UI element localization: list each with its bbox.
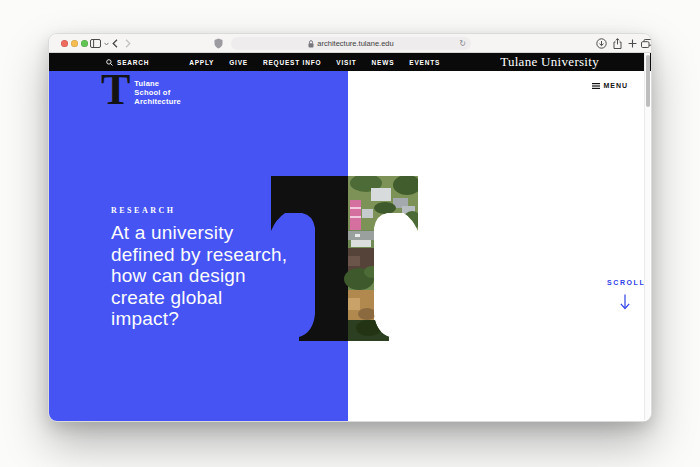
hero-heading: At a university defined by research, how… xyxy=(111,222,287,330)
downloads-button[interactable] xyxy=(596,34,607,53)
hamburger-icon xyxy=(592,83,600,89)
aerial-photo xyxy=(344,176,418,341)
page-content: T Tulane School of Architecture MENU RES… xyxy=(49,71,651,422)
nav-link-apply[interactable]: APPLY xyxy=(189,59,214,66)
nav-link-news[interactable]: NEWS xyxy=(372,59,395,66)
hero-eyebrow: RESEARCH xyxy=(111,206,287,215)
nav-link-request-info[interactable]: REQUEST INFO xyxy=(263,59,321,66)
sidebar-chevron-down-icon[interactable] xyxy=(104,34,109,53)
nav-link-visit[interactable]: VISIT xyxy=(336,59,356,66)
zoom-window-button[interactable] xyxy=(81,40,88,47)
logo-line-3: Architecture xyxy=(134,97,181,106)
hero-heading-line: create global xyxy=(111,287,287,309)
utility-nav-bar: SEARCH APPLY GIVE REQUEST INFO VISIT NEW… xyxy=(49,53,651,71)
hero-text-block: RESEARCH At a university defined by rese… xyxy=(111,206,287,330)
scroll-label: SCROLL xyxy=(607,279,643,286)
scrollbar-thumb[interactable] xyxy=(646,55,650,107)
reload-button[interactable]: ↻ xyxy=(459,37,466,50)
minimize-window-button[interactable] xyxy=(71,40,78,47)
url-text: architecture.tulane.edu xyxy=(317,39,393,48)
close-window-button[interactable] xyxy=(61,40,68,47)
hero-heading-line: defined by research, xyxy=(111,244,287,266)
nav-link-give[interactable]: GIVE xyxy=(229,59,248,66)
logo-line-2: School of xyxy=(134,88,181,97)
browser-window: architecture.tulane.edu ↻ SEARCH APPLY G… xyxy=(48,33,652,422)
scroll-indicator[interactable]: SCROLL xyxy=(607,279,643,314)
back-button[interactable] xyxy=(112,34,118,53)
share-button[interactable] xyxy=(613,34,622,53)
search-icon xyxy=(106,59,113,66)
hero-heading-line: At a university xyxy=(111,222,287,244)
tab-overview-button[interactable] xyxy=(641,34,652,53)
search-label: SEARCH xyxy=(117,59,149,66)
menu-label: MENU xyxy=(603,82,628,89)
address-bar[interactable]: architecture.tulane.edu ↻ xyxy=(231,37,471,50)
new-tab-button[interactable] xyxy=(628,34,637,53)
lock-icon xyxy=(308,40,314,48)
tulane-university-wordmark[interactable]: Tulane University xyxy=(500,54,599,70)
scrollbar-track[interactable] xyxy=(644,53,650,420)
sidebar-icon[interactable] xyxy=(90,34,101,53)
scroll-down-arrow-icon xyxy=(620,294,630,310)
hero-heading-line: impact? xyxy=(111,308,287,330)
logo-letter-t: T xyxy=(101,73,130,106)
search-button[interactable]: SEARCH xyxy=(106,59,149,66)
logo-line-1: Tulane xyxy=(134,79,181,88)
school-logo[interactable]: T Tulane School of Architecture xyxy=(101,73,181,106)
logo-text: Tulane School of Architecture xyxy=(134,79,181,106)
menu-button[interactable]: MENU xyxy=(592,82,628,89)
browser-toolbar: architecture.tulane.edu ↻ xyxy=(49,34,651,53)
forward-button[interactable] xyxy=(125,34,131,53)
utility-links: APPLY GIVE REQUEST INFO VISIT NEWS EVENT… xyxy=(189,59,440,66)
hero-heading-line: how can design xyxy=(111,265,287,287)
window-controls xyxy=(61,40,88,47)
hero-letter-t xyxy=(271,176,418,345)
privacy-shield-icon[interactable] xyxy=(214,34,223,53)
nav-link-events[interactable]: EVENTS xyxy=(409,59,440,66)
